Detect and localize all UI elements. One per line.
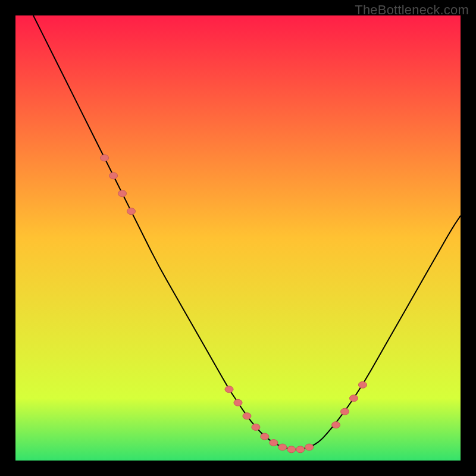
- bottleneck-chart: [0, 0, 476, 476]
- curve-marker: [332, 422, 340, 428]
- curve-marker: [118, 190, 127, 197]
- curve-marker: [270, 440, 278, 446]
- curve-marker: [341, 408, 349, 415]
- curve-marker: [252, 424, 260, 430]
- curve-marker: [287, 446, 296, 453]
- curve-marker: [358, 381, 367, 388]
- curve-marker: [243, 413, 251, 419]
- curve-marker: [127, 208, 135, 215]
- curve-marker: [109, 173, 118, 179]
- watermark-text: TheBottleneck.com: [355, 2, 469, 18]
- curve-marker: [261, 433, 269, 440]
- curve-marker: [101, 155, 109, 161]
- curve-marker: [278, 444, 287, 450]
- chart-frame: TheBottleneck.com: [0, 0, 476, 476]
- curve-marker: [305, 444, 314, 450]
- curve-marker: [234, 399, 242, 406]
- curve-marker: [225, 386, 233, 393]
- plot-background: [15, 15, 461, 461]
- curve-marker: [296, 446, 305, 453]
- curve-marker: [349, 395, 358, 402]
